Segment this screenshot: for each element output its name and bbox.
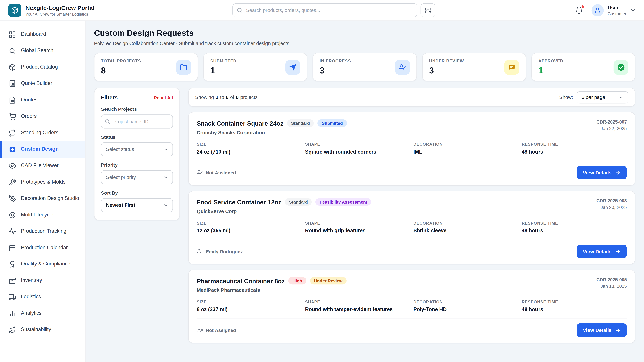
search-input[interactable]: [232, 3, 417, 17]
notifications-button[interactable]: [574, 4, 585, 16]
arrow-right-icon: [615, 327, 620, 333]
repeat-icon: [8, 129, 16, 137]
showing-from: 1: [216, 94, 218, 100]
spec-label-response: RESPONSE TIME: [522, 142, 627, 146]
view-details-button[interactable]: View Details: [577, 324, 627, 337]
stat-value: 1: [210, 66, 236, 76]
box-icon: [8, 64, 16, 71]
arrow-right-icon: [615, 170, 620, 175]
stat-label: IN PROGRESS: [320, 59, 351, 63]
reset-all-button[interactable]: Reset All: [154, 95, 173, 100]
view-details-button[interactable]: View Details: [577, 245, 627, 258]
sidebar-item-cad-file-viewer[interactable]: CAD File Viewer: [0, 158, 85, 174]
status-label: Status: [101, 135, 173, 139]
spec-label-response: RESPONSE TIME: [522, 221, 627, 225]
sidebar-item-quotes[interactable]: Quotes: [0, 92, 85, 108]
stat-value: 3: [429, 66, 464, 76]
user-text: User Customer: [608, 5, 626, 16]
sidebar-item-label: Mold Lifecycle: [21, 212, 54, 218]
sidebar-item-label: Quotes: [21, 97, 38, 103]
chevron-down-icon: [163, 147, 168, 152]
send-icon: [286, 60, 300, 74]
sidebar-item-quality-compliance[interactable]: Quality & Compliance: [0, 256, 85, 273]
sidebar-item-production-calendar[interactable]: Production Calendar: [0, 240, 85, 256]
sidebar-item-label: Sustainability: [21, 327, 51, 333]
view-details-button[interactable]: View Details: [577, 166, 627, 179]
spec-label-size: SIZE: [197, 221, 302, 225]
sidebar-item-label: Logistics: [21, 294, 41, 300]
priority-badge: Standard: [285, 198, 312, 206]
status-badge: Submitted: [318, 119, 347, 127]
avatar: [592, 4, 604, 16]
filters-panel: Filters Reset All Search Projects Status…: [94, 88, 180, 220]
sidebar-item-sustainability[interactable]: Sustainability: [0, 322, 85, 338]
brand-title: Nexgile-LogiCrew Portal: [26, 4, 94, 11]
sidebar-item-global-search[interactable]: Global Search: [0, 43, 85, 59]
leaf-icon: [8, 326, 16, 334]
user-menu[interactable]: User Customer: [592, 4, 636, 16]
search-filter-button[interactable]: [420, 3, 435, 17]
sidebar-item-analytics[interactable]: Analytics: [0, 305, 85, 322]
spec-label-response: RESPONSE TIME: [522, 300, 627, 304]
showing-to-word: to: [220, 94, 224, 100]
sidebar-item-prototypes-molds[interactable]: Prototypes & Molds: [0, 174, 85, 190]
sidebar-item-quote-builder[interactable]: Quote Builder: [0, 76, 85, 92]
brand-tagline: Your AI Crew for Smarter Logistics: [26, 12, 94, 16]
spec-value-shape: Round with tamper-evident features: [305, 307, 410, 312]
status-select[interactable]: Select status: [101, 142, 173, 156]
project-company: MediPack Pharmaceuticals: [197, 287, 347, 293]
sidebar-item-label: Production Tracking: [21, 228, 66, 235]
project-company: QuickServe Corp: [197, 209, 371, 214]
activity-icon: [8, 228, 16, 235]
sidebar-item-mold-lifecycle[interactable]: Mold Lifecycle: [0, 207, 85, 223]
brand[interactable]: Nexgile-LogiCrew Portal Your AI Crew for…: [8, 4, 94, 17]
sidebar-item-label: Production Calendar: [21, 245, 68, 251]
eye-icon: [8, 162, 16, 169]
spec-label-decoration: DECORATION: [414, 142, 518, 146]
sidebar-item-logistics[interactable]: Logistics: [0, 289, 85, 305]
priority-badge: High: [288, 277, 306, 284]
spec-value-shape: Round with grip features: [305, 228, 410, 233]
projects-list: Showing 1 to 6 of 8 projects Show: 6 per…: [188, 88, 636, 343]
spec-label-decoration: DECORATION: [414, 221, 518, 225]
sort-select-value: Newest First: [106, 202, 135, 208]
project-specs: SIZE8 oz (237 ml) SHAPERound with tamper…: [197, 300, 627, 312]
content-row: Filters Reset All Search Projects Status…: [94, 88, 636, 343]
page-size-select[interactable]: 6 per page: [576, 91, 628, 103]
sidebar-item-dashboard[interactable]: Dashboard: [0, 26, 85, 43]
showing-projects-word: projects: [240, 94, 258, 100]
plus-square-icon: [8, 146, 16, 153]
sort-select[interactable]: Newest First: [101, 198, 173, 212]
priority-select[interactable]: Select priority: [101, 170, 173, 184]
person-check-icon: [395, 60, 410, 74]
sidebar-item-orders[interactable]: Orders: [0, 108, 85, 125]
project-search-input[interactable]: [101, 114, 173, 128]
project-meta: CDR-2025-007 Jan 22, 2025: [596, 119, 627, 131]
project-id: CDR-2025-007: [596, 119, 627, 124]
project-card: Pharmaceutical Container 8oz High Under …: [188, 270, 636, 343]
sidebar-item-label: Inventory: [21, 278, 42, 284]
check-circle-icon: [614, 60, 628, 74]
sidebar-item-product-catalog[interactable]: Product Catalog: [0, 59, 85, 76]
sort-by-label: Sort By: [101, 190, 173, 195]
sidebar-item-decoration-design-studio[interactable]: Decoration Design Studio: [0, 190, 85, 207]
sidebar-item-label: Quote Builder: [21, 80, 52, 87]
sidebar-item-standing-orders[interactable]: Standing Orders: [0, 125, 85, 141]
main-content: Custom Design Requests PolyTec Design Co…: [86, 21, 644, 362]
stat-value: 1: [538, 66, 563, 76]
sidebar-item-inventory[interactable]: Inventory: [0, 273, 85, 289]
stat-card-total-projects: TOTAL PROJECTS 8: [94, 53, 198, 81]
priority-badge: Standard: [287, 119, 314, 127]
sidebar-item-production-tracking[interactable]: Production Tracking: [0, 223, 85, 240]
project-date: Jan 18, 2025: [596, 284, 627, 289]
show-label: Show:: [559, 94, 573, 100]
chevron-down-icon: [163, 203, 168, 208]
stat-value: 3: [320, 66, 351, 76]
view-details-label: View Details: [583, 327, 612, 333]
disc-icon: [8, 211, 16, 219]
priority-select-value: Select priority: [106, 174, 136, 180]
sidebar-item-label: Global Search: [21, 48, 54, 54]
spec-value-shape: Square with rounded corners: [305, 149, 410, 155]
sidebar-item-custom-design[interactable]: Custom Design: [0, 141, 85, 158]
box-icon: [11, 6, 18, 14]
